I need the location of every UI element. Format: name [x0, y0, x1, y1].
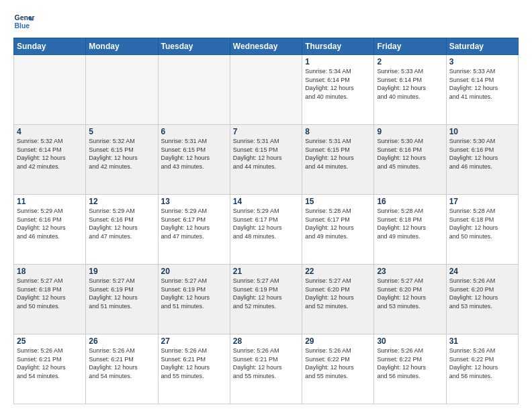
day-number: 27 [161, 336, 227, 346]
day-number: 1 [305, 57, 371, 66]
day-number: 10 [449, 127, 515, 136]
calendar-header-wednesday: Wednesday [230, 38, 302, 55]
calendar-cell: 29Sunrise: 5:26 AM Sunset: 6:22 PM Dayli… [302, 334, 374, 404]
calendar-cell: 6Sunrise: 5:31 AM Sunset: 6:15 PM Daylig… [158, 125, 230, 195]
day-number: 17 [449, 197, 515, 206]
day-info: Sunrise: 5:33 AM Sunset: 6:14 PM Dayligh… [449, 67, 515, 101]
calendar-header-tuesday: Tuesday [158, 38, 230, 55]
calendar-cell: 23Sunrise: 5:27 AM Sunset: 6:20 PM Dayli… [374, 265, 446, 334]
calendar-cell: 9Sunrise: 5:30 AM Sunset: 6:16 PM Daylig… [374, 125, 446, 195]
day-info: Sunrise: 5:29 AM Sunset: 6:16 PM Dayligh… [17, 207, 83, 240]
calendar-cell: 1Sunrise: 5:34 AM Sunset: 6:14 PM Daylig… [302, 55, 374, 125]
day-info: Sunrise: 5:29 AM Sunset: 6:16 PM Dayligh… [89, 207, 154, 240]
day-info: Sunrise: 5:31 AM Sunset: 6:15 PM Dayligh… [161, 137, 227, 171]
calendar-week-row: 1Sunrise: 5:34 AM Sunset: 6:14 PM Daylig… [14, 55, 519, 125]
day-info: Sunrise: 5:26 AM Sunset: 6:20 PM Dayligh… [449, 277, 515, 310]
day-info: Sunrise: 5:30 AM Sunset: 6:16 PM Dayligh… [377, 137, 443, 171]
day-info: Sunrise: 5:28 AM Sunset: 6:18 PM Dayligh… [449, 207, 515, 240]
calendar-cell: 17Sunrise: 5:28 AM Sunset: 6:18 PM Dayli… [446, 195, 518, 265]
calendar-cell: 3Sunrise: 5:33 AM Sunset: 6:14 PM Daylig… [446, 55, 518, 125]
day-number: 16 [377, 197, 443, 206]
day-number: 6 [161, 127, 227, 136]
calendar-cell: 22Sunrise: 5:27 AM Sunset: 6:20 PM Dayli… [302, 265, 374, 334]
day-number: 25 [17, 336, 83, 346]
day-number: 2 [377, 57, 443, 66]
calendar-header-friday: Friday [374, 38, 446, 55]
calendar-cell: 27Sunrise: 5:26 AM Sunset: 6:21 PM Dayli… [158, 334, 230, 404]
calendar-cell [230, 55, 302, 125]
calendar-week-row: 11Sunrise: 5:29 AM Sunset: 6:16 PM Dayli… [14, 195, 519, 265]
logo: General Blue [13, 11, 35, 32]
svg-text:Blue: Blue [15, 22, 30, 30]
day-number: 23 [377, 267, 443, 276]
day-info: Sunrise: 5:32 AM Sunset: 6:14 PM Dayligh… [17, 137, 83, 171]
day-info: Sunrise: 5:26 AM Sunset: 6:21 PM Dayligh… [161, 347, 227, 380]
day-info: Sunrise: 5:32 AM Sunset: 6:15 PM Dayligh… [89, 137, 154, 171]
svg-text:General: General [15, 14, 35, 21]
day-number: 15 [305, 197, 371, 206]
day-info: Sunrise: 5:26 AM Sunset: 6:22 PM Dayligh… [377, 347, 443, 380]
day-info: Sunrise: 5:27 AM Sunset: 6:18 PM Dayligh… [17, 277, 83, 310]
calendar-cell: 4Sunrise: 5:32 AM Sunset: 6:14 PM Daylig… [14, 125, 86, 195]
day-number: 14 [233, 197, 299, 206]
day-number: 21 [233, 267, 299, 276]
day-number: 5 [89, 127, 154, 136]
day-info: Sunrise: 5:30 AM Sunset: 6:16 PM Dayligh… [449, 137, 515, 171]
calendar-cell: 19Sunrise: 5:27 AM Sunset: 6:19 PM Dayli… [86, 265, 158, 334]
header: General Blue [13, 11, 519, 32]
day-number: 19 [89, 267, 154, 276]
calendar-cell: 12Sunrise: 5:29 AM Sunset: 6:16 PM Dayli… [86, 195, 158, 265]
calendar-cell: 10Sunrise: 5:30 AM Sunset: 6:16 PM Dayli… [446, 125, 518, 195]
day-number: 4 [17, 127, 83, 136]
calendar-cell: 15Sunrise: 5:28 AM Sunset: 6:17 PM Dayli… [302, 195, 374, 265]
day-number: 18 [17, 267, 83, 276]
day-info: Sunrise: 5:29 AM Sunset: 6:17 PM Dayligh… [233, 207, 299, 240]
day-info: Sunrise: 5:28 AM Sunset: 6:18 PM Dayligh… [377, 207, 443, 240]
day-info: Sunrise: 5:34 AM Sunset: 6:14 PM Dayligh… [305, 67, 371, 101]
day-number: 22 [305, 267, 371, 276]
day-info: Sunrise: 5:31 AM Sunset: 6:15 PM Dayligh… [305, 137, 371, 171]
calendar-cell: 5Sunrise: 5:32 AM Sunset: 6:15 PM Daylig… [86, 125, 158, 195]
day-info: Sunrise: 5:26 AM Sunset: 6:21 PM Dayligh… [17, 347, 83, 380]
calendar-cell: 28Sunrise: 5:26 AM Sunset: 6:21 PM Dayli… [230, 334, 302, 404]
day-number: 29 [305, 336, 371, 346]
calendar-week-row: 18Sunrise: 5:27 AM Sunset: 6:18 PM Dayli… [14, 265, 519, 334]
calendar-cell [14, 55, 86, 125]
day-number: 28 [233, 336, 299, 346]
calendar-cell: 14Sunrise: 5:29 AM Sunset: 6:17 PM Dayli… [230, 195, 302, 265]
page: General Blue SundayMondayTuesdayWednesda… [0, 0, 532, 411]
calendar-cell: 18Sunrise: 5:27 AM Sunset: 6:18 PM Dayli… [14, 265, 86, 334]
calendar-cell: 2Sunrise: 5:33 AM Sunset: 6:14 PM Daylig… [374, 55, 446, 125]
calendar-week-row: 4Sunrise: 5:32 AM Sunset: 6:14 PM Daylig… [14, 125, 519, 195]
day-info: Sunrise: 5:28 AM Sunset: 6:17 PM Dayligh… [305, 207, 371, 240]
day-number: 20 [161, 267, 227, 276]
day-number: 3 [449, 57, 515, 66]
calendar-header-row: SundayMondayTuesdayWednesdayThursdayFrid… [14, 38, 519, 55]
calendar-cell: 8Sunrise: 5:31 AM Sunset: 6:15 PM Daylig… [302, 125, 374, 195]
calendar-cell: 13Sunrise: 5:29 AM Sunset: 6:17 PM Dayli… [158, 195, 230, 265]
calendar-cell: 7Sunrise: 5:31 AM Sunset: 6:15 PM Daylig… [230, 125, 302, 195]
calendar-header-saturday: Saturday [446, 38, 518, 55]
day-info: Sunrise: 5:26 AM Sunset: 6:21 PM Dayligh… [89, 347, 154, 380]
day-info: Sunrise: 5:31 AM Sunset: 6:15 PM Dayligh… [233, 137, 299, 171]
calendar-cell: 25Sunrise: 5:26 AM Sunset: 6:21 PM Dayli… [14, 334, 86, 404]
logo-icon: General Blue [13, 11, 35, 32]
calendar-cell: 31Sunrise: 5:26 AM Sunset: 6:22 PM Dayli… [446, 334, 518, 404]
calendar-cell: 24Sunrise: 5:26 AM Sunset: 6:20 PM Dayli… [446, 265, 518, 334]
day-info: Sunrise: 5:26 AM Sunset: 6:22 PM Dayligh… [305, 347, 371, 380]
calendar-cell: 30Sunrise: 5:26 AM Sunset: 6:22 PM Dayli… [374, 334, 446, 404]
day-number: 12 [89, 197, 154, 206]
day-info: Sunrise: 5:27 AM Sunset: 6:19 PM Dayligh… [233, 277, 299, 310]
day-number: 26 [89, 336, 154, 346]
calendar-cell: 21Sunrise: 5:27 AM Sunset: 6:19 PM Dayli… [230, 265, 302, 334]
day-number: 24 [449, 267, 515, 276]
day-number: 9 [377, 127, 443, 136]
calendar-cell [86, 55, 158, 125]
day-number: 7 [233, 127, 299, 136]
calendar-table: SundayMondayTuesdayWednesdayThursdayFrid… [13, 38, 519, 404]
day-info: Sunrise: 5:29 AM Sunset: 6:17 PM Dayligh… [161, 207, 227, 240]
day-info: Sunrise: 5:26 AM Sunset: 6:21 PM Dayligh… [233, 347, 299, 380]
day-number: 31 [449, 336, 515, 346]
day-number: 8 [305, 127, 371, 136]
day-info: Sunrise: 5:33 AM Sunset: 6:14 PM Dayligh… [377, 67, 443, 101]
